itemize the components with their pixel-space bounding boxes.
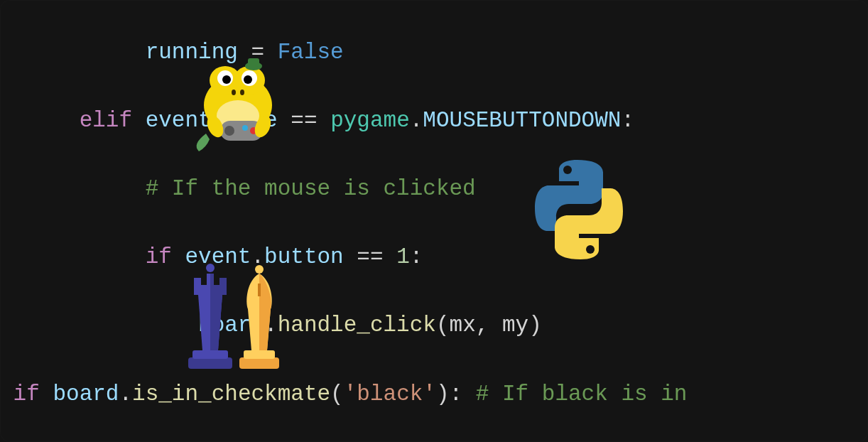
token-comment: # If black is in bbox=[476, 382, 688, 406]
token-punct: . bbox=[410, 108, 423, 133]
code-line: if board.is_in_checkmate('black'): # If … bbox=[0, 377, 868, 411]
token-keyword: elif bbox=[80, 108, 132, 133]
svg-rect-25 bbox=[258, 284, 261, 296]
chess-pieces-icon bbox=[174, 252, 295, 373]
code-line: board.handle_click(mx, my) bbox=[0, 308, 868, 343]
svg-point-19 bbox=[586, 245, 595, 254]
svg-rect-23 bbox=[239, 357, 279, 369]
token-punct: ): bbox=[436, 382, 476, 406]
svg-rect-24 bbox=[244, 350, 275, 359]
code-editor-viewport: running = False elif event.type == pygam… bbox=[0, 0, 868, 442]
token-keyword: if bbox=[13, 382, 40, 406]
code-line: if event.button == 1: bbox=[0, 240, 868, 274]
token-comment: # If the mouse is clicked bbox=[146, 176, 476, 201]
svg-rect-21 bbox=[192, 350, 228, 359]
svg-point-9 bbox=[240, 90, 244, 95]
svg-point-18 bbox=[563, 166, 572, 174]
svg-rect-20 bbox=[188, 357, 232, 369]
token-variable: board bbox=[40, 382, 119, 406]
token-property: MOUSEBUTTONDOWN bbox=[423, 108, 621, 133]
token-keyword: if bbox=[146, 244, 172, 269]
python-logo-icon bbox=[522, 153, 636, 266]
token-string: 'black' bbox=[344, 382, 436, 406]
svg-point-26 bbox=[255, 265, 264, 274]
token-operator: == bbox=[344, 244, 396, 269]
svg-point-15 bbox=[242, 125, 248, 131]
svg-point-13 bbox=[224, 126, 234, 136]
token-module: pygame bbox=[330, 108, 410, 133]
svg-rect-11 bbox=[248, 58, 259, 67]
token-number: 1 bbox=[396, 244, 410, 269]
pygame-mascot-icon bbox=[188, 55, 288, 155]
code-line: running = False bbox=[0, 36, 868, 70]
token-punct: : bbox=[410, 244, 423, 269]
token-punct: (mx, my) bbox=[436, 313, 542, 338]
svg-point-22 bbox=[206, 264, 215, 272]
svg-point-7 bbox=[244, 75, 252, 84]
svg-point-8 bbox=[232, 90, 236, 95]
code-line: # If the mouse is clicked bbox=[0, 172, 868, 206]
token-punct: ( bbox=[330, 382, 344, 406]
token-method: is_in_checkmate bbox=[132, 382, 330, 406]
token-punct: : bbox=[621, 108, 634, 133]
svg-point-6 bbox=[222, 75, 231, 84]
token-punct: . bbox=[119, 382, 132, 406]
token-method: handle_click bbox=[278, 313, 436, 338]
code-line: elif event.type == pygame.MOUSEBUTTONDOW… bbox=[0, 104, 868, 138]
